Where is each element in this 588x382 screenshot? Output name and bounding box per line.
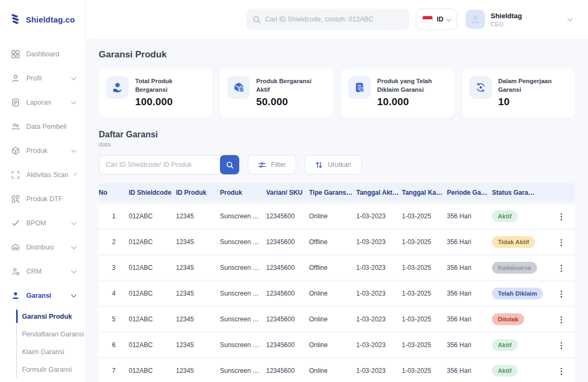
status-badge: Tidak Aktif — [492, 236, 535, 248]
column-header[interactable]: Periode Gara… — [447, 189, 492, 196]
report-icon — [11, 98, 20, 107]
sidebar-item[interactable]: BPOM — [11, 211, 79, 235]
column-header[interactable]: Produk — [220, 189, 266, 196]
cell-shieldcode: 012ABC — [129, 341, 176, 349]
stat-value: 100.000 — [135, 96, 205, 108]
sort-button[interactable]: Urutkan — [305, 155, 362, 174]
sidebar-item[interactable]: Produk — [11, 138, 79, 163]
column-header[interactable]: ID Shieldcode — [129, 189, 176, 196]
stat-label: Produk Bergaransi Aktif — [256, 76, 326, 94]
cell-periode: 356 Hari — [447, 290, 492, 297]
sidebar-menu: Dashboard Profil Laporan Data — [0, 36, 85, 307]
cell-tgl-aktivasi: 1-03-2023 — [356, 341, 402, 349]
content: Garansi Produk Total Produk Bergaransi 1… — [86, 39, 588, 382]
warranty-user-icon — [11, 291, 20, 300]
chevron-down-icon — [71, 244, 77, 249]
cell-tipe: Online — [309, 315, 356, 323]
cell-tgl-kadaluarsa: 1-03-2025 — [402, 212, 447, 220]
stat-label: Produk yang Telah Diklaim Garansi — [377, 76, 447, 94]
status-badge: Aktif — [492, 365, 518, 377]
user-avatar[interactable] — [466, 10, 485, 29]
global-search-input[interactable] — [265, 16, 403, 23]
stat-card: Produk yang Telah Diklaim Garansi 10.000 — [341, 69, 454, 118]
doc-check-icon — [348, 76, 371, 99]
row-menu-kebab-icon[interactable]: ⋮ — [556, 313, 568, 325]
table-search-input[interactable] — [99, 155, 221, 174]
cell-periode: 356 Hari — [447, 238, 492, 246]
warehouse-icon — [11, 243, 20, 252]
cell-produk: Sunscreen G… — [220, 238, 266, 246]
cell-shieldcode: 012ABC — [129, 315, 176, 323]
cell-produk: Sunscreen G… — [220, 341, 266, 349]
cell-tgl-kadaluarsa: 1-03-2025 — [402, 315, 447, 323]
column-header[interactable]: Tanggal Kad… — [402, 189, 447, 196]
chevron-down-icon — [74, 172, 77, 175]
filter-sliders-icon — [258, 161, 266, 169]
box-check-icon — [227, 76, 250, 99]
cell-no: 5 — [99, 315, 129, 323]
dashboard-icon — [11, 49, 20, 58]
cell-no: 7 — [99, 367, 129, 374]
cell-tgl-aktivasi: 1-03-2023 — [356, 290, 402, 297]
column-header[interactable]: Tipe Garansi… — [309, 189, 356, 196]
hand-box-icon — [106, 76, 129, 99]
garansi-submenu: Garansi Produk Pendaftaran Garansi Klaim… — [16, 307, 79, 378]
stat-value: 10.000 — [377, 96, 447, 108]
cell-no: 2 — [99, 238, 129, 246]
brand-logo[interactable]: Shieldtag.co — [0, 0, 85, 36]
column-header[interactable]: ID Produk — [176, 189, 220, 196]
sidebar-item[interactable]: Laporan — [11, 90, 79, 114]
cell-id-produk: 12345 — [176, 264, 220, 271]
column-header[interactable]: Tanggal Akti… — [356, 189, 402, 196]
row-menu-kebab-icon[interactable]: ⋮ — [556, 288, 568, 299]
chevron-down-icon — [71, 99, 77, 104]
sidebar-subitem[interactable]: Klaim Garansi — [22, 343, 79, 361]
sidebar-item[interactable]: CRM — [11, 259, 79, 283]
sidebar-item[interactable]: Dashboard — [11, 42, 79, 66]
sidebar-subitem[interactable]: Formulir Garansi — [22, 361, 79, 378]
sidebar-subitem[interactable]: Pendaftaran Garansi — [22, 325, 79, 343]
chevron-down-icon — [446, 16, 452, 21]
cell-shieldcode: 012ABC — [129, 212, 176, 220]
cell-id-produk: 12345 — [176, 367, 220, 374]
search-icon — [226, 161, 234, 169]
profile-chevron-down-icon[interactable] — [568, 16, 573, 21]
row-menu-kebab-icon[interactable]: ⋮ — [556, 262, 568, 274]
cell-varian: 12345600 — [266, 238, 309, 246]
warranty-table: NoID ShieldcodeID ProdukProdukVarian/ SK… — [99, 183, 575, 382]
column-header[interactable]: No — [99, 189, 129, 196]
cell-tgl-kadaluarsa: 1-03-2025 — [402, 290, 447, 297]
filter-button[interactable]: Filter — [248, 155, 296, 174]
chevron-down-icon — [71, 219, 77, 225]
status-badge: Aktif — [492, 339, 518, 351]
sidebar-item[interactable]: Distribusi — [11, 235, 79, 259]
row-menu-kebab-icon[interactable]: ⋮ — [556, 210, 568, 222]
stat-card: Dalam Pengerjaan Garansi 10 — [462, 69, 576, 118]
row-menu-kebab-icon[interactable]: ⋮ — [556, 339, 568, 351]
scan-icon — [11, 170, 20, 179]
row-menu-kebab-icon[interactable]: ⋮ — [556, 236, 568, 248]
sidebar-item[interactable]: Garansi — [11, 283, 79, 307]
status-badge: Aktif — [492, 210, 518, 222]
table-search-button[interactable] — [220, 155, 239, 174]
sidebar-item[interactable]: Data Pembeli — [11, 114, 79, 138]
chevron-down-icon — [71, 147, 77, 152]
qr-icon — [11, 194, 20, 203]
cell-tgl-aktivasi: 1-03-2023 — [356, 367, 402, 374]
sidebar-subitem[interactable]: Garansi Produk — [22, 307, 79, 325]
sidebar-item[interactable]: Profil — [11, 66, 79, 90]
column-header[interactable]: Status Gara… — [492, 189, 548, 196]
cell-periode: 356 Hari — [447, 315, 492, 323]
language-selector[interactable]: ID — [416, 9, 458, 30]
cell-tipe: Online — [309, 341, 356, 349]
sidebar-item[interactable]: Produk DTF — [11, 187, 79, 211]
cell-id-produk: 12345 — [176, 290, 220, 297]
column-header[interactable]: Varian/ SKU — [266, 189, 309, 196]
stat-label: Dalam Pengerjaan Garansi — [498, 76, 568, 94]
sidebar-item[interactable]: Aktivitas Scan — [11, 163, 79, 187]
row-menu-kebab-icon[interactable]: ⋮ — [556, 365, 568, 377]
cell-id-produk: 12345 — [176, 341, 220, 349]
cell-no: 1 — [99, 212, 129, 220]
cell-tgl-kadaluarsa: 1-03-2025 — [402, 264, 447, 271]
table-row: 5 012ABC 12345 Sunscreen G… 12345600 Onl… — [99, 307, 575, 331]
